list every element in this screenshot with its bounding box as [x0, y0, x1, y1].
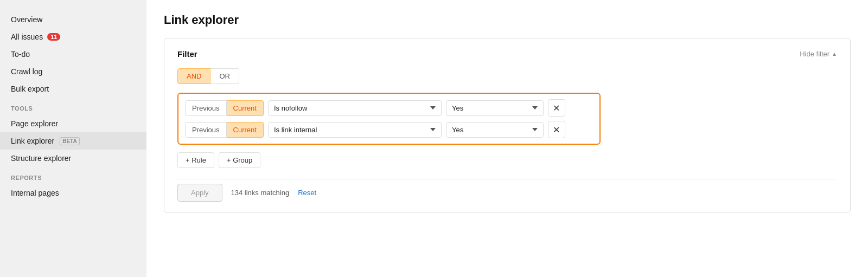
condition-select-1[interactable]: Is nofollow Is link internal Link type S… [268, 100, 442, 116]
remove-row-2-button[interactable]: ✕ [548, 121, 565, 138]
and-button[interactable]: AND [177, 68, 210, 84]
prev-curr-toggle-2: Previous Current [185, 122, 264, 138]
sidebar-item-internal-pages[interactable]: Internal pages [0, 184, 146, 202]
sidebar-item-label: Link explorer [11, 137, 54, 145]
sidebar-item-label: Structure explorer [11, 154, 71, 163]
filter-panel: Filter Hide filter ▲ AND OR Previous Cur… [164, 38, 851, 213]
filter-title: Filter [177, 49, 197, 59]
filter-header: Filter Hide filter ▲ [177, 49, 837, 59]
add-rule-button[interactable]: + Rule [177, 152, 214, 168]
main-content: Link explorer Filter Hide filter ▲ AND O… [146, 0, 868, 277]
remove-row-1-button[interactable]: ✕ [548, 99, 565, 117]
add-buttons: + Rule + Group [177, 152, 837, 168]
chevron-up-icon: ▲ [832, 51, 837, 57]
apply-row: Apply 134 links matching Reset [177, 179, 837, 202]
logic-toggle: AND OR [177, 68, 837, 84]
or-button[interactable]: OR [210, 68, 239, 84]
sidebar-item-page-explorer[interactable]: Page explorer [0, 115, 146, 132]
filter-rows-container: Previous Current Is nofollow Is link int… [177, 93, 601, 145]
page-title: Link explorer [164, 13, 851, 27]
sidebar-item-label: To-do [11, 50, 30, 59]
sidebar-item-crawl-log[interactable]: Crawl log [0, 63, 146, 80]
condition-select-2[interactable]: Is nofollow Is link internal Link type S… [268, 122, 442, 138]
prev-curr-toggle-1: Previous Current [185, 100, 264, 116]
sidebar-item-label: All issues [11, 33, 43, 41]
add-group-button[interactable]: + Group [219, 152, 260, 168]
current-button-1[interactable]: Current [227, 100, 264, 116]
close-icon: ✕ [553, 103, 560, 113]
filter-row: Previous Current Is nofollow Is link int… [185, 99, 593, 117]
sidebar-item-link-explorer[interactable]: Link explorer BETA [0, 132, 146, 150]
sidebar-item-structure-explorer[interactable]: Structure explorer [0, 150, 146, 167]
reports-section-label: REPORTS [0, 167, 146, 184]
sidebar-item-bulk-export[interactable]: Bulk export [0, 80, 146, 98]
matching-count: 134 links matching [231, 189, 290, 197]
issues-badge: 11 [47, 33, 60, 41]
reset-link[interactable]: Reset [298, 189, 316, 197]
previous-button-2[interactable]: Previous [185, 122, 227, 138]
sidebar-item-label: Page explorer [11, 119, 58, 128]
hide-filter-label: Hide filter [800, 50, 829, 58]
sidebar-item-all-issues[interactable]: All issues 11 [0, 28, 146, 46]
apply-button[interactable]: Apply [177, 184, 222, 202]
close-icon: ✕ [553, 125, 560, 135]
filter-row: Previous Current Is nofollow Is link int… [185, 121, 593, 138]
beta-badge: BETA [60, 137, 79, 145]
previous-button-1[interactable]: Previous [185, 100, 227, 116]
sidebar: Overview All issues 11 To-do Crawl log B… [0, 0, 146, 277]
sidebar-item-overview[interactable]: Overview [0, 11, 146, 28]
sidebar-item-to-do[interactable]: To-do [0, 46, 146, 63]
value-select-2[interactable]: Yes No [446, 122, 544, 138]
sidebar-item-label: Crawl log [11, 67, 42, 76]
tools-section-label: TOOLS [0, 98, 146, 115]
value-select-1[interactable]: Yes No [446, 100, 544, 116]
current-button-2[interactable]: Current [227, 122, 264, 138]
sidebar-item-label: Bulk export [11, 85, 49, 93]
sidebar-item-label: Overview [11, 15, 42, 24]
sidebar-item-label: Internal pages [11, 189, 59, 197]
hide-filter-button[interactable]: Hide filter ▲ [800, 50, 837, 58]
